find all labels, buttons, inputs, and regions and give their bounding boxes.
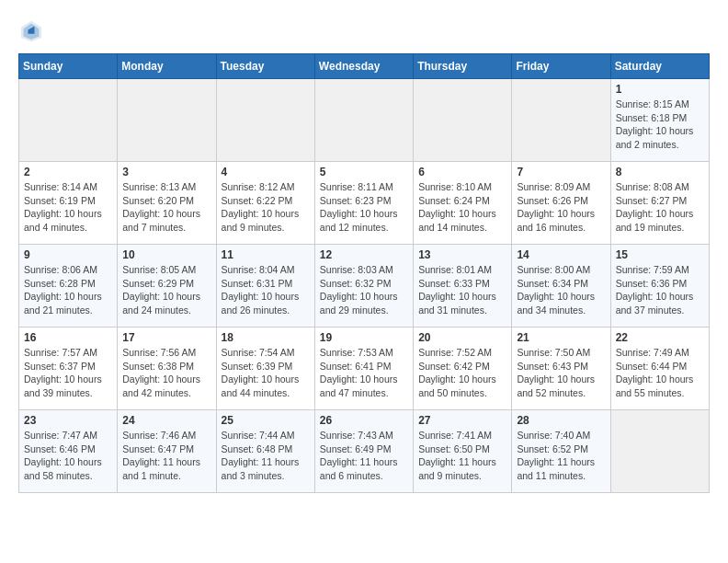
day-number: 1 [616,83,704,96]
day-number: 27 [418,414,506,427]
day-number: 8 [616,166,704,178]
day-detail: Sunrise: 8:04 AM Sunset: 6:31 PM Dayligh… [222,263,310,317]
day-number: 5 [320,166,408,178]
day-detail: Sunrise: 7:49 AM Sunset: 6:44 PM Dayligh… [616,346,704,400]
calendar-cell: 8Sunrise: 8:08 AM Sunset: 6:27 PM Daylig… [610,162,709,245]
calendar-cell: 6Sunrise: 8:10 AM Sunset: 6:24 PM Daylig… [414,162,512,245]
weekday-header-monday: Monday [118,54,216,79]
calendar-cell: 15Sunrise: 7:59 AM Sunset: 6:36 PM Dayli… [610,245,709,327]
weekday-header-friday: Friday [512,54,610,79]
calendar-cell [19,79,118,162]
calendar-cell: 21Sunrise: 7:50 AM Sunset: 6:43 PM Dayli… [512,327,610,410]
day-number: 17 [122,331,210,344]
weekday-header-row: SundayMondayTuesdayWednesdayThursdayFrid… [19,54,710,79]
calendar-table: SundayMondayTuesdayWednesdayThursdayFrid… [18,53,710,493]
calendar-cell: 17Sunrise: 7:56 AM Sunset: 6:38 PM Dayli… [118,327,216,410]
day-detail: Sunrise: 8:13 AM Sunset: 6:20 PM Dayligh… [122,180,210,235]
day-detail: Sunrise: 7:44 AM Sunset: 6:48 PM Dayligh… [222,429,310,483]
day-number: 4 [222,166,310,178]
calendar-cell: 26Sunrise: 7:43 AM Sunset: 6:49 PM Dayli… [314,410,413,493]
day-number: 7 [517,166,605,178]
day-number: 16 [24,331,112,344]
day-detail: Sunrise: 8:09 AM Sunset: 6:26 PM Dayligh… [517,180,605,235]
day-detail: Sunrise: 7:43 AM Sunset: 6:49 PM Dayligh… [320,429,408,483]
day-number: 6 [418,166,506,178]
weekday-header-tuesday: Tuesday [216,54,314,79]
calendar-cell: 10Sunrise: 8:05 AM Sunset: 6:29 PM Dayli… [118,245,216,327]
calendar-cell [610,410,709,493]
calendar-cell: 1Sunrise: 8:15 AM Sunset: 6:18 PM Daylig… [610,79,709,162]
calendar-cell: 7Sunrise: 8:09 AM Sunset: 6:26 PM Daylig… [512,162,610,245]
day-number: 13 [418,248,506,261]
calendar-cell: 16Sunrise: 7:57 AM Sunset: 6:37 PM Dayli… [19,327,118,410]
day-number: 2 [24,166,112,178]
calendar-cell [512,79,610,162]
calendar-week-4: 16Sunrise: 7:57 AM Sunset: 6:37 PM Dayli… [19,327,710,410]
day-detail: Sunrise: 7:50 AM Sunset: 6:43 PM Dayligh… [517,346,605,400]
calendar-cell: 27Sunrise: 7:41 AM Sunset: 6:50 PM Dayli… [414,410,512,493]
day-detail: Sunrise: 7:41 AM Sunset: 6:50 PM Dayligh… [418,429,506,483]
day-number: 11 [222,248,310,261]
calendar-cell: 23Sunrise: 7:47 AM Sunset: 6:46 PM Dayli… [19,410,118,493]
day-number: 22 [616,331,704,344]
day-detail: Sunrise: 7:47 AM Sunset: 6:46 PM Dayligh… [24,429,112,483]
logo [18,18,48,44]
weekday-header-wednesday: Wednesday [314,54,413,79]
calendar-week-2: 2Sunrise: 8:14 AM Sunset: 6:19 PM Daylig… [19,162,710,245]
calendar-cell: 22Sunrise: 7:49 AM Sunset: 6:44 PM Dayli… [610,327,709,410]
calendar-cell: 25Sunrise: 7:44 AM Sunset: 6:48 PM Dayli… [216,410,314,493]
calendar-cell: 9Sunrise: 8:06 AM Sunset: 6:28 PM Daylig… [19,245,118,327]
calendar-body: 1Sunrise: 8:15 AM Sunset: 6:18 PM Daylig… [19,79,710,493]
day-detail: Sunrise: 8:12 AM Sunset: 6:22 PM Dayligh… [222,180,310,235]
calendar-week-1: 1Sunrise: 8:15 AM Sunset: 6:18 PM Daylig… [19,79,710,162]
day-detail: Sunrise: 7:53 AM Sunset: 6:41 PM Dayligh… [320,346,408,400]
calendar-week-3: 9Sunrise: 8:06 AM Sunset: 6:28 PM Daylig… [19,245,710,327]
day-number: 24 [122,414,210,427]
calendar-cell: 20Sunrise: 7:52 AM Sunset: 6:42 PM Dayli… [414,327,512,410]
header [18,18,710,44]
day-detail: Sunrise: 8:11 AM Sunset: 6:23 PM Dayligh… [320,180,408,235]
calendar-cell [314,79,413,162]
calendar-cell: 24Sunrise: 7:46 AM Sunset: 6:47 PM Dayli… [118,410,216,493]
calendar-cell: 5Sunrise: 8:11 AM Sunset: 6:23 PM Daylig… [314,162,413,245]
day-number: 19 [320,331,408,344]
calendar-cell: 12Sunrise: 8:03 AM Sunset: 6:32 PM Dayli… [314,245,413,327]
day-number: 14 [517,248,605,261]
day-number: 12 [320,248,408,261]
day-detail: Sunrise: 7:46 AM Sunset: 6:47 PM Dayligh… [122,429,210,483]
day-detail: Sunrise: 8:15 AM Sunset: 6:18 PM Dayligh… [616,98,704,152]
calendar-cell: 14Sunrise: 8:00 AM Sunset: 6:34 PM Dayli… [512,245,610,327]
logo-icon [18,18,44,44]
day-number: 23 [24,414,112,427]
calendar-cell: 18Sunrise: 7:54 AM Sunset: 6:39 PM Dayli… [216,327,314,410]
day-detail: Sunrise: 8:06 AM Sunset: 6:28 PM Dayligh… [24,263,112,317]
day-number: 9 [24,248,112,261]
day-number: 3 [122,166,210,178]
day-detail: Sunrise: 7:54 AM Sunset: 6:39 PM Dayligh… [222,346,310,400]
day-number: 20 [418,331,506,344]
day-detail: Sunrise: 7:56 AM Sunset: 6:38 PM Dayligh… [122,346,210,400]
calendar-cell: 28Sunrise: 7:40 AM Sunset: 6:52 PM Dayli… [512,410,610,493]
weekday-header-sunday: Sunday [19,54,118,79]
calendar-week-5: 23Sunrise: 7:47 AM Sunset: 6:46 PM Dayli… [19,410,710,493]
calendar-cell: 19Sunrise: 7:53 AM Sunset: 6:41 PM Dayli… [314,327,413,410]
calendar-cell [216,79,314,162]
calendar-cell: 4Sunrise: 8:12 AM Sunset: 6:22 PM Daylig… [216,162,314,245]
day-detail: Sunrise: 8:01 AM Sunset: 6:33 PM Dayligh… [418,263,506,317]
day-detail: Sunrise: 8:14 AM Sunset: 6:19 PM Dayligh… [24,180,112,235]
day-number: 18 [222,331,310,344]
day-detail: Sunrise: 8:08 AM Sunset: 6:27 PM Dayligh… [616,180,704,235]
day-number: 21 [517,331,605,344]
day-detail: Sunrise: 7:52 AM Sunset: 6:42 PM Dayligh… [418,346,506,400]
day-number: 28 [517,414,605,427]
day-number: 25 [222,414,310,427]
weekday-header-saturday: Saturday [610,54,709,79]
day-detail: Sunrise: 8:10 AM Sunset: 6:24 PM Dayligh… [418,180,506,235]
day-detail: Sunrise: 7:57 AM Sunset: 6:37 PM Dayligh… [24,346,112,400]
day-number: 15 [616,248,704,261]
calendar-cell: 13Sunrise: 8:01 AM Sunset: 6:33 PM Dayli… [414,245,512,327]
day-detail: Sunrise: 7:40 AM Sunset: 6:52 PM Dayligh… [517,429,605,483]
calendar-cell [414,79,512,162]
day-detail: Sunrise: 7:59 AM Sunset: 6:36 PM Dayligh… [616,263,704,317]
calendar-cell [118,79,216,162]
